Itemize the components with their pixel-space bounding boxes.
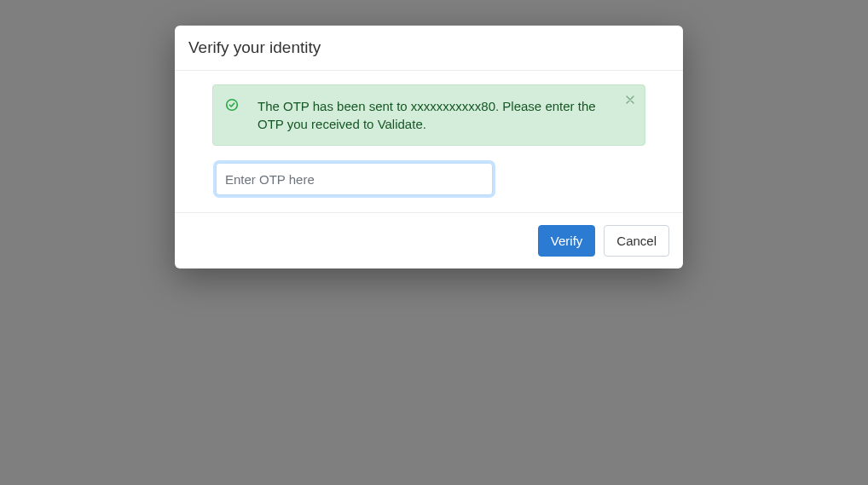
otp-input[interactable] — [216, 163, 493, 195]
alert-message: The OTP has been sent to xxxxxxxxxxx80. … — [258, 97, 617, 133]
verify-button[interactable]: Verify — [538, 225, 596, 257]
modal-header: Verify your identity — [175, 26, 683, 71]
alert-close-button[interactable] — [624, 94, 636, 106]
success-alert: The OTP has been sent to xxxxxxxxxxx80. … — [212, 84, 645, 146]
modal-title: Verify your identity — [188, 38, 669, 57]
close-icon — [626, 95, 634, 104]
modal-footer: Verify Cancel — [175, 213, 683, 268]
check-circle-icon — [225, 98, 239, 112]
cancel-button[interactable]: Cancel — [604, 225, 669, 257]
otp-row — [212, 163, 645, 195]
verify-identity-modal: Verify your identity The OTP has been se… — [175, 26, 683, 268]
modal-body: The OTP has been sent to xxxxxxxxxxx80. … — [175, 71, 683, 213]
